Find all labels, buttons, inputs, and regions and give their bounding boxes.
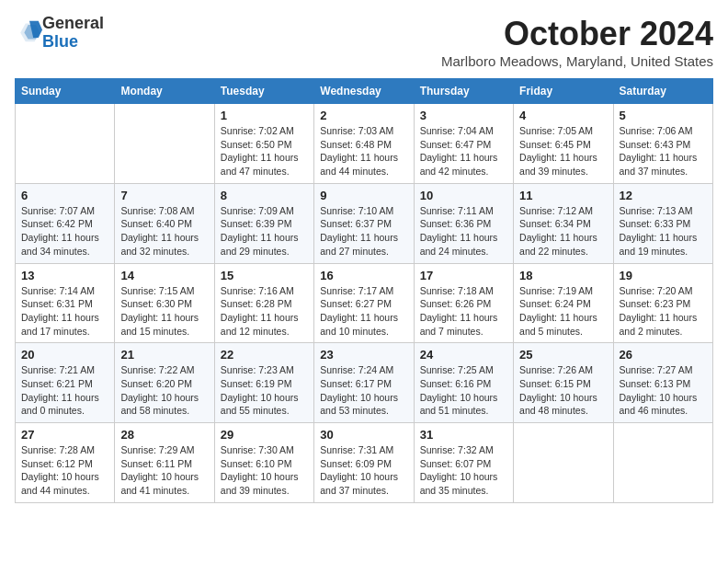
calendar-cell: 16Sunrise: 7:17 AM Sunset: 6:27 PM Dayli… [314,263,414,343]
day-number: 14 [120,269,208,282]
calendar-cell: 22Sunrise: 7:23 AM Sunset: 6:19 PM Dayli… [214,343,313,423]
day-number: 20 [21,348,108,362]
day-number: 30 [320,428,407,442]
day-info: Sunrise: 7:19 AM Sunset: 6:24 PM Dayligh… [519,284,607,339]
week-row-5: 27Sunrise: 7:28 AM Sunset: 6:12 PM Dayli… [16,423,713,503]
day-number: 21 [120,348,208,362]
calendar-cell [115,104,214,184]
day-info: Sunrise: 7:04 AM Sunset: 6:47 PM Dayligh… [420,124,507,178]
calendar-cell: 18Sunrise: 7:19 AM Sunset: 6:24 PM Dayli… [514,263,613,343]
day-number: 6 [21,189,108,202]
day-number: 23 [320,348,407,362]
day-number: 26 [620,348,707,362]
calendar-table: SundayMondayTuesdayWednesdayThursdayFrid… [15,78,713,503]
calendar-cell: 15Sunrise: 7:16 AM Sunset: 6:28 PM Dayli… [214,263,313,343]
day-number: 5 [620,109,707,122]
calendar-cell: 30Sunrise: 7:31 AM Sunset: 6:09 PM Dayli… [314,423,414,503]
week-row-4: 20Sunrise: 7:21 AM Sunset: 6:21 PM Dayli… [16,343,713,423]
logo-icon [17,18,42,44]
day-number: 8 [221,189,308,202]
logo: General Blue [15,15,104,52]
day-info: Sunrise: 7:13 AM Sunset: 6:33 PM Dayligh… [620,204,707,259]
calendar-cell: 27Sunrise: 7:28 AM Sunset: 6:12 PM Dayli… [16,423,115,503]
day-number: 11 [519,189,607,202]
calendar-cell: 21Sunrise: 7:22 AM Sunset: 6:20 PM Dayli… [115,343,214,423]
day-number: 10 [420,189,507,202]
calendar-cell: 12Sunrise: 7:13 AM Sunset: 6:33 PM Dayli… [613,183,712,263]
header-day-thursday: Thursday [414,79,513,104]
day-number: 28 [120,428,208,442]
calendar-cell: 5Sunrise: 7:06 AM Sunset: 6:43 PM Daylig… [613,104,712,184]
day-info: Sunrise: 7:02 AM Sunset: 6:50 PM Dayligh… [221,124,308,178]
day-number: 22 [221,348,308,362]
month-title: October 2024 [441,15,713,53]
day-info: Sunrise: 7:18 AM Sunset: 6:26 PM Dayligh… [420,284,507,339]
day-number: 15 [221,269,308,282]
day-info: Sunrise: 7:31 AM Sunset: 6:09 PM Dayligh… [320,443,407,498]
calendar-cell: 8Sunrise: 7:09 AM Sunset: 6:39 PM Daylig… [214,183,313,263]
calendar-cell [16,104,115,184]
day-info: Sunrise: 7:16 AM Sunset: 6:28 PM Dayligh… [221,284,308,339]
header-day-tuesday: Tuesday [214,79,313,104]
day-info: Sunrise: 7:30 AM Sunset: 6:10 PM Dayligh… [221,443,308,498]
day-info: Sunrise: 7:25 AM Sunset: 6:16 PM Dayligh… [420,363,507,418]
week-row-1: 1Sunrise: 7:02 AM Sunset: 6:50 PM Daylig… [16,104,713,184]
calendar-cell: 13Sunrise: 7:14 AM Sunset: 6:31 PM Dayli… [16,263,115,343]
calendar-cell: 11Sunrise: 7:12 AM Sunset: 6:34 PM Dayli… [514,183,613,263]
day-number: 16 [320,269,407,282]
header-day-sunday: Sunday [16,79,115,104]
day-number: 12 [620,189,707,202]
header-day-saturday: Saturday [613,79,712,104]
calendar-cell: 24Sunrise: 7:25 AM Sunset: 6:16 PM Dayli… [414,343,513,423]
day-number: 7 [120,189,208,202]
day-info: Sunrise: 7:17 AM Sunset: 6:27 PM Dayligh… [320,284,407,339]
day-number: 4 [519,109,607,122]
day-info: Sunrise: 7:11 AM Sunset: 6:36 PM Dayligh… [420,204,507,259]
day-info: Sunrise: 7:03 AM Sunset: 6:48 PM Dayligh… [320,124,407,178]
calendar-cell: 4Sunrise: 7:05 AM Sunset: 6:45 PM Daylig… [514,104,613,184]
calendar-cell: 3Sunrise: 7:04 AM Sunset: 6:47 PM Daylig… [414,104,513,184]
day-info: Sunrise: 7:05 AM Sunset: 6:45 PM Dayligh… [519,124,607,178]
day-number: 1 [221,109,308,122]
calendar-cell: 29Sunrise: 7:30 AM Sunset: 6:10 PM Dayli… [214,423,313,503]
calendar-cell [613,423,712,503]
page-header: General Blue October 2024 Marlboro Meado… [15,15,713,69]
day-info: Sunrise: 7:27 AM Sunset: 6:13 PM Dayligh… [620,363,707,418]
header-day-friday: Friday [514,79,613,104]
calendar-cell: 23Sunrise: 7:24 AM Sunset: 6:17 PM Dayli… [314,343,414,423]
week-row-2: 6Sunrise: 7:07 AM Sunset: 6:42 PM Daylig… [16,183,713,263]
day-number: 24 [420,348,507,362]
day-number: 3 [420,109,507,122]
day-number: 18 [519,269,607,282]
calendar-cell: 31Sunrise: 7:32 AM Sunset: 6:07 PM Dayli… [414,423,513,503]
day-info: Sunrise: 7:15 AM Sunset: 6:30 PM Dayligh… [120,284,208,339]
day-info: Sunrise: 7:23 AM Sunset: 6:19 PM Dayligh… [221,363,308,418]
day-info: Sunrise: 7:32 AM Sunset: 6:07 PM Dayligh… [420,443,507,498]
title-area: October 2024 Marlboro Meadows, Maryland,… [441,15,713,69]
calendar-cell: 1Sunrise: 7:02 AM Sunset: 6:50 PM Daylig… [214,104,313,184]
location-subtitle: Marlboro Meadows, Maryland, United State… [441,53,713,69]
logo-general: General [42,14,104,32]
calendar-cell: 26Sunrise: 7:27 AM Sunset: 6:13 PM Dayli… [613,343,712,423]
calendar-cell: 20Sunrise: 7:21 AM Sunset: 6:21 PM Dayli… [16,343,115,423]
calendar-cell: 10Sunrise: 7:11 AM Sunset: 6:36 PM Dayli… [414,183,513,263]
logo-blue: Blue [42,32,78,51]
day-number: 29 [221,428,308,442]
calendar-cell: 9Sunrise: 7:10 AM Sunset: 6:37 PM Daylig… [314,183,414,263]
day-number: 2 [320,109,407,122]
day-info: Sunrise: 7:12 AM Sunset: 6:34 PM Dayligh… [519,204,607,259]
calendar-cell: 6Sunrise: 7:07 AM Sunset: 6:42 PM Daylig… [16,183,115,263]
calendar-header: SundayMondayTuesdayWednesdayThursdayFrid… [16,79,713,104]
day-info: Sunrise: 7:24 AM Sunset: 6:17 PM Dayligh… [320,363,407,418]
calendar-cell: 19Sunrise: 7:20 AM Sunset: 6:23 PM Dayli… [613,263,712,343]
header-day-wednesday: Wednesday [314,79,414,104]
day-number: 17 [420,269,507,282]
day-info: Sunrise: 7:08 AM Sunset: 6:40 PM Dayligh… [120,204,208,259]
day-info: Sunrise: 7:14 AM Sunset: 6:31 PM Dayligh… [21,284,108,339]
day-number: 31 [420,428,507,442]
day-info: Sunrise: 7:22 AM Sunset: 6:20 PM Dayligh… [120,363,208,418]
calendar-cell: 2Sunrise: 7:03 AM Sunset: 6:48 PM Daylig… [314,104,414,184]
calendar-cell: 14Sunrise: 7:15 AM Sunset: 6:30 PM Dayli… [115,263,214,343]
calendar-cell: 25Sunrise: 7:26 AM Sunset: 6:15 PM Dayli… [514,343,613,423]
day-info: Sunrise: 7:29 AM Sunset: 6:11 PM Dayligh… [120,443,208,498]
